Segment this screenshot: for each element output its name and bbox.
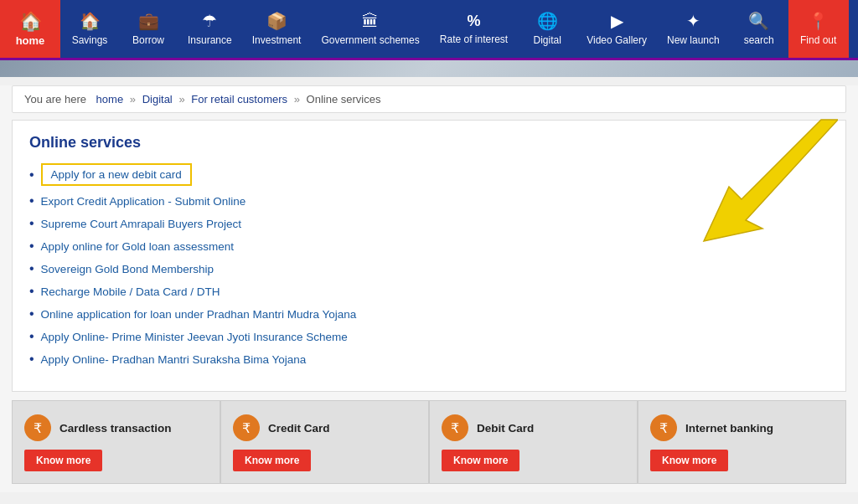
services-box: Online services Apply for a new debit ca… bbox=[12, 120, 846, 392]
debit-card-link[interactable]: Apply for a new debit card bbox=[51, 168, 182, 181]
credit-card-title: Credit Card bbox=[268, 422, 330, 435]
nav-video-label: Video Gallery bbox=[587, 34, 647, 48]
services-title: Online services bbox=[29, 134, 829, 152]
list-item: Export Credit Application - Submit Onlin… bbox=[29, 193, 829, 208]
nav-insurance[interactable]: ☂ Insurance bbox=[178, 0, 242, 58]
digital-icon: 🌐 bbox=[537, 10, 558, 32]
card-cardless: ₹ Cardless transaction Know more bbox=[12, 400, 220, 484]
list-item: Apply online for Gold loan assessment bbox=[29, 239, 829, 254]
highlighted-service-item[interactable]: Apply for a new debit card bbox=[41, 163, 192, 186]
nav-savings[interactable]: 🏠 Savings bbox=[60, 0, 119, 58]
internet-banking-title: Internet banking bbox=[685, 422, 773, 435]
rate-icon: % bbox=[467, 12, 480, 31]
suraksha-link[interactable]: Apply Online- Pradhan Mantri Suraksha Bi… bbox=[41, 353, 307, 366]
nav-search[interactable]: 🔍 search bbox=[730, 0, 788, 58]
list-item: Online application for loan under Pradha… bbox=[29, 306, 829, 321]
home-icon: 🏠 bbox=[19, 11, 42, 33]
nav-digital-label: Digital bbox=[533, 34, 561, 48]
new-launch-icon: ✦ bbox=[686, 10, 700, 32]
nav-new-launch[interactable]: ✦ New launch bbox=[657, 0, 730, 58]
card-internet-header: ₹ Internet banking bbox=[650, 414, 773, 441]
navbar: 🏠 home 🏠 Savings 💼 Borrow ☂ Insurance 📦 … bbox=[0, 0, 858, 60]
nav-government-schemes[interactable]: 🏛 Government schemes bbox=[311, 0, 429, 58]
credit-card-know-more-button[interactable]: Know more bbox=[233, 450, 311, 471]
list-item: Sovereign Gold Bond Membership bbox=[29, 261, 829, 276]
credit-card-icon: ₹ bbox=[233, 414, 260, 441]
nav-borrow[interactable]: 💼 Borrow bbox=[119, 0, 178, 58]
card-credit-header: ₹ Credit Card bbox=[233, 414, 330, 441]
breadcrumb: You are here home » Digital » For retail… bbox=[12, 85, 846, 113]
export-credit-link[interactable]: Export Credit Application - Submit Onlin… bbox=[41, 195, 246, 208]
cardless-icon: ₹ bbox=[24, 414, 51, 441]
insurance-icon: ☂ bbox=[202, 10, 217, 32]
breadcrumb-current: Online services bbox=[307, 93, 381, 105]
services-section: Online services Apply for a new debit ca… bbox=[12, 120, 846, 392]
gold-loan-link[interactable]: Apply online for Gold loan assessment bbox=[41, 240, 234, 253]
list-item: Recharge Mobile / Data Card / DTH bbox=[29, 284, 829, 299]
card-internet-banking: ₹ Internet banking Know more bbox=[638, 400, 846, 484]
nav-home-button[interactable]: 🏠 home bbox=[0, 0, 60, 58]
internet-banking-know-more-button[interactable]: Know more bbox=[650, 450, 728, 471]
nav-rate-of-interest[interactable]: % Rate of interest bbox=[430, 0, 518, 58]
breadcrumb-home[interactable]: home bbox=[96, 93, 124, 105]
debit-card-icon: ₹ bbox=[442, 414, 468, 441]
nav-search-label: search bbox=[744, 34, 774, 48]
nav-savings-label: Savings bbox=[72, 34, 108, 48]
amrapali-link[interactable]: Supreme Court Amrapali Buyers Project bbox=[41, 218, 241, 230]
list-item: Apply for a new debit card bbox=[29, 163, 829, 186]
nav-items: 🏠 Savings 💼 Borrow ☂ Insurance 📦 Investm… bbox=[60, 0, 858, 58]
nav-new-launch-label: New launch bbox=[667, 34, 720, 48]
card-debit-card: ₹ Debit Card Know more bbox=[429, 400, 638, 484]
debit-card-title: Debit Card bbox=[477, 422, 534, 435]
card-cardless-header: ₹ Cardless transaction bbox=[24, 414, 172, 441]
nav-investment-label: Investment bbox=[252, 34, 302, 48]
nav-video-gallery[interactable]: ▶ Video Gallery bbox=[576, 0, 657, 58]
card-credit-card: ₹ Credit Card Know more bbox=[220, 400, 429, 484]
card-debit-header: ₹ Debit Card bbox=[442, 414, 534, 441]
cardless-know-more-button[interactable]: Know more bbox=[24, 450, 102, 471]
mudra-link[interactable]: Online application for loan under Pradha… bbox=[41, 308, 357, 321]
savings-icon: 🏠 bbox=[80, 10, 101, 32]
nav-borrow-label: Borrow bbox=[132, 34, 164, 48]
government-schemes-icon: 🏛 bbox=[362, 10, 379, 32]
you-are-here-label: You are here bbox=[24, 93, 86, 105]
recharge-link[interactable]: Recharge Mobile / Data Card / DTH bbox=[41, 285, 220, 298]
nav-find-out-label: Find out bbox=[800, 34, 836, 48]
nav-rate-label: Rate of interest bbox=[440, 33, 508, 47]
video-icon: ▶ bbox=[611, 10, 623, 32]
internet-banking-icon: ₹ bbox=[650, 414, 677, 441]
home-label: home bbox=[16, 34, 45, 47]
jeevan-jyoti-link[interactable]: Apply Online- Prime Minister Jeevan Jyot… bbox=[41, 331, 348, 343]
bottom-cards: ₹ Cardless transaction Know more ₹ Credi… bbox=[12, 400, 846, 484]
list-item: Apply Online- Pradhan Mantri Suraksha Bi… bbox=[29, 352, 829, 367]
investment-icon: 📦 bbox=[266, 10, 287, 32]
list-item: Supreme Court Amrapali Buyers Project bbox=[29, 216, 829, 231]
breadcrumb-retail[interactable]: For retail customers bbox=[191, 93, 287, 105]
find-out-icon: 📍 bbox=[808, 10, 829, 32]
main-content: You are here home » Digital » For retail… bbox=[0, 85, 858, 492]
nav-investment[interactable]: 📦 Investment bbox=[242, 0, 312, 58]
nav-find-out[interactable]: 📍 Find out bbox=[788, 0, 849, 58]
services-list: Apply for a new debit card Export Credit… bbox=[29, 163, 829, 367]
nav-insurance-label: Insurance bbox=[188, 34, 232, 48]
gold-bond-link[interactable]: Sovereign Gold Bond Membership bbox=[41, 263, 214, 275]
cardless-title: Cardless transaction bbox=[59, 422, 172, 435]
debit-card-know-more-button[interactable]: Know more bbox=[442, 450, 519, 471]
hero-image bbox=[0, 60, 858, 77]
list-item: Apply Online- Prime Minister Jeevan Jyot… bbox=[29, 329, 829, 344]
search-icon: 🔍 bbox=[748, 10, 769, 32]
breadcrumb-digital[interactable]: Digital bbox=[142, 93, 173, 105]
hero-banner bbox=[0, 60, 858, 77]
borrow-icon: 💼 bbox=[138, 10, 159, 32]
nav-digital[interactable]: 🌐 Digital bbox=[518, 0, 576, 58]
nav-government-schemes-label: Government schemes bbox=[321, 34, 419, 48]
